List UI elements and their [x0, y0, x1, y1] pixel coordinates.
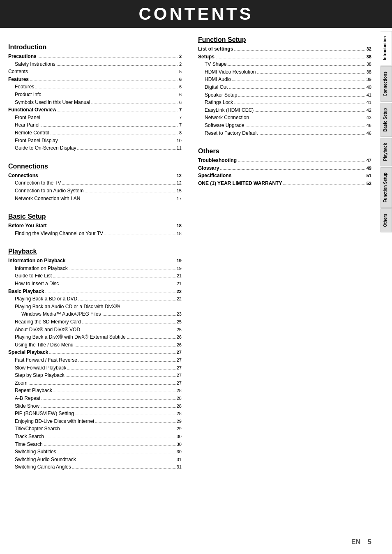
- toc-entry: Reset to Factory Default46: [198, 129, 371, 137]
- side-tab-basic-setup[interactable]: Basic Setup: [380, 103, 392, 137]
- toc-entry: Setups38: [198, 53, 371, 61]
- toc-entry-page: 19: [177, 257, 182, 264]
- toc-entry-title: Information on Playback: [15, 265, 68, 272]
- toc-entry: Connections12: [8, 172, 182, 180]
- toc-entry-page: 32: [367, 46, 371, 53]
- side-tab-playback[interactable]: Playback: [380, 138, 392, 166]
- toc-dots: [104, 235, 175, 235]
- page-title: CONTENTS: [0, 4, 392, 24]
- toc-entry-page: 12: [177, 172, 182, 179]
- toc-dots: [38, 58, 178, 58]
- toc-entry-page: 40: [367, 84, 371, 91]
- toc-entry-page: 7: [179, 106, 182, 113]
- toc-dots: [81, 200, 175, 200]
- toc-entry: Reading the SD Memory Card25: [8, 318, 182, 326]
- toc-entry-title: EasyLink (HDMI CEC): [205, 106, 254, 114]
- toc-dots: [67, 262, 175, 262]
- toc-entry-page: 2: [179, 61, 182, 68]
- toc-entry: Network Connection with LAN17: [8, 195, 182, 203]
- toc-entry-page: 22: [177, 295, 182, 302]
- toc-entry: Ratings Lock41: [198, 99, 371, 106]
- toc-entry-title: Finding the Viewing Channel on Your TV: [15, 230, 103, 238]
- section-function-setup-title: Function Setup: [198, 36, 371, 44]
- toc-entry-page: 51: [367, 172, 371, 179]
- toc-entry-title: Zoom: [15, 379, 28, 387]
- toc-entry-page: 18: [177, 230, 182, 237]
- toc-entry-page: 22: [177, 288, 182, 295]
- toc-entry: Step by Step Playback27: [8, 372, 182, 379]
- side-tab-introduction[interactable]: Introduction: [380, 31, 392, 65]
- toc-entry: Switching Audio Soundtrack31: [8, 456, 182, 464]
- toc-entry: Features6: [8, 83, 182, 91]
- toc-entry: EasyLink (HDMI CEC)42: [198, 106, 371, 114]
- toc-entry-title: Fast Forward / Fast Reverse: [15, 356, 77, 364]
- toc-dots: [39, 177, 175, 177]
- toc-dots: [58, 453, 175, 453]
- toc-entry: Using the Title / Disc Menu26: [8, 341, 182, 349]
- section-connections-title: Connections: [8, 163, 182, 170]
- toc-entry-title: Playing Back a DivX® with DivX® External…: [15, 333, 126, 341]
- toc-entry-page: 30: [177, 433, 182, 440]
- toc-entry-title: Connection to an Audio System: [15, 187, 83, 195]
- toc-entry-page: 7: [179, 114, 182, 121]
- toc-dots: [246, 127, 365, 127]
- toc-entry-title: Ratings Lock: [205, 99, 233, 106]
- side-tab-connections[interactable]: Connections: [380, 66, 392, 102]
- toc-dots: [81, 331, 175, 331]
- toc-entry-page: 27: [177, 365, 182, 372]
- toc-entry-page: 10: [177, 137, 182, 144]
- toc-dots: [61, 430, 175, 430]
- left-column: Introduction Precautions2Safety Instruct…: [8, 36, 194, 471]
- toc-entry: Finding the Viewing Channel on Your TV18: [8, 230, 182, 238]
- toc-entry: Time Search30: [8, 441, 182, 448]
- toc-entry: Windows Media™ Audio/JPEG Files23: [8, 310, 182, 318]
- toc-dots: [62, 184, 175, 185]
- basic-setup-entries: Before You Start18Finding the Viewing Ch…: [8, 222, 182, 237]
- toc-entry-title: Troubleshooting: [198, 157, 237, 164]
- toc-entry: Glossary49: [198, 164, 371, 172]
- toc-entry-page: 2: [179, 53, 182, 60]
- section-basic-setup-title: Basic Setup: [8, 213, 182, 220]
- toc-entry: Troubleshooting47: [198, 157, 371, 164]
- toc-entry-page: 28: [177, 410, 182, 417]
- toc-dots: [259, 134, 365, 135]
- side-tab-function-setup[interactable]: Function Setup: [380, 167, 392, 208]
- toc-dots: [53, 277, 175, 277]
- footer-text: EN 5: [351, 538, 371, 545]
- toc-entry-page: 17: [177, 195, 182, 202]
- toc-dots: [43, 96, 178, 96]
- toc-entry: Network Connection43: [198, 114, 371, 122]
- toc-dots: [66, 376, 175, 377]
- toc-dots: [42, 119, 178, 119]
- toc-entry-page: 25: [177, 319, 182, 325]
- toc-entry: PiP (BONUSVIEW) Setting28: [8, 410, 182, 418]
- toc-entry: Functional Overview7: [8, 106, 182, 114]
- toc-entry: Playing Back a DivX® with DivX® External…: [8, 333, 182, 341]
- toc-dots: [60, 285, 175, 285]
- side-tab-others[interactable]: Others: [380, 208, 392, 232]
- toc-entry-title: Track Search: [15, 433, 44, 441]
- section-introduction-title: Introduction: [8, 44, 182, 51]
- toc-entry-title: Functional Overview: [8, 106, 56, 114]
- toc-dots: [283, 185, 365, 185]
- toc-entry-page: 21: [177, 280, 182, 287]
- toc-entry-title: HDMI Video Resolution: [205, 68, 256, 76]
- toc-entry-title: Connections: [8, 172, 38, 180]
- toc-dots: [51, 134, 178, 134]
- toc-entry-title: List of settings: [198, 45, 233, 53]
- toc-entry-title: Switching Subtitles: [15, 448, 56, 456]
- toc-entry: Slow Forward Playback27: [8, 364, 182, 372]
- toc-entry-page: 31: [177, 464, 182, 471]
- toc-entry-page: 26: [177, 334, 182, 341]
- toc-entry-page: 41: [367, 99, 371, 106]
- toc-entry: Specifications51: [198, 172, 371, 180]
- toc-dots: [57, 65, 178, 66]
- toc-entry-page: 6: [179, 83, 182, 90]
- toc-entry: Guide to File List21: [8, 272, 182, 280]
- toc-entry-page: 27: [177, 380, 182, 387]
- toc-entry-page: 46: [367, 130, 371, 137]
- toc-entry-title: Slow Forward Playback: [15, 364, 66, 372]
- toc-entry-title: Repeat Playback: [15, 387, 52, 395]
- toc-entry-title: Basic Playback: [8, 288, 44, 295]
- main-content: Introduction Precautions2Safety Instruct…: [0, 36, 380, 479]
